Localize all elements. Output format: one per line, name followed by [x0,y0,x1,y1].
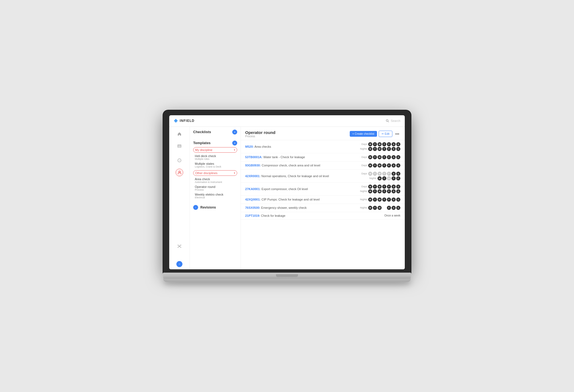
days-circles: M T W T F S S [368,163,400,168]
nights-label: Nights [358,147,367,150]
edit-button[interactable]: ✏ Edit [379,131,392,137]
content-header: Operator round Process + Create checklis… [241,127,405,140]
row-title: M520: Area checks [245,145,358,148]
logo-icon [174,119,178,123]
operator-round-sub: Process [195,188,236,191]
night-T: T [382,176,386,180]
templates-section: Templates + My discipline ▾ Heli [190,138,240,203]
heli-deck-sub: Multiple roles [195,158,236,160]
search-icon [386,119,389,122]
day-S2: S [396,142,400,146]
svg-point-1 [386,120,388,122]
table-row: 42XQ0001: CIP Pumps: Check for leakage a… [241,196,405,204]
day-M: M [368,155,372,159]
night-T: T [373,206,377,210]
discipline-item-weekly[interactable]: Weekly elektro check Electrical [193,192,237,199]
night-S: S [392,189,396,193]
row-link[interactable]: 42XR0001: [245,174,261,178]
discipline-item-multiple-states[interactable]: Multiple states Logistics, Crane & Deck [193,161,237,168]
night-T2: T [382,189,386,193]
sidebar-item-user[interactable] [176,169,183,176]
day-S2: S [396,155,400,159]
svg-point-13 [181,247,181,248]
table-row: 76SX0500: Emergency shower, weekly check… [241,204,405,212]
row-link[interactable]: 27KA0001: [245,187,261,191]
discipline-item-operator[interactable]: Operator round Process [193,185,237,191]
day-M: M [368,185,372,189]
nav-panel: Checklists + Templates + [190,127,241,269]
row-schedule: Once a week [384,214,400,217]
sidebar-item-list[interactable] [176,142,183,150]
days-label: Days [358,143,367,146]
days-circles: M T W T F S S [368,142,400,146]
night-S2: S [396,206,400,210]
days-circles: M T W T F S S [368,155,400,159]
night-F: F [387,189,391,193]
other-disciplines-arrow: ▾ [234,172,235,174]
days-label: Days [358,185,367,188]
night-S2: S [396,198,400,202]
svg-line-15 [180,245,181,246]
more-options-button[interactable]: ••• [394,131,400,137]
svg-marker-0 [174,119,178,123]
night-F: F [387,147,391,151]
sidebar: ? [169,127,190,269]
svg-point-11 [181,245,181,245]
row-link[interactable]: 42XQ0001: [245,198,261,201]
templates-title: Templates [193,141,211,145]
night-T: T [373,189,377,193]
day-S2: S [396,185,400,189]
day-M: M [368,163,372,168]
row-link[interactable]: 93GB0930: [245,164,261,167]
svg-line-17 [180,246,181,247]
revisions-icon: › [193,205,198,210]
create-checklist-button[interactable]: + Create checklist [350,131,377,137]
svg-line-14 [178,245,179,246]
nights-circles: M T W T F S S [368,147,400,151]
day-M: M [368,142,372,146]
row-title: 42XR0001: Normal operations, Check for l… [245,174,358,178]
day-T2: T [382,142,386,146]
row-link[interactable]: M520: [245,145,254,148]
day-T: T [373,172,377,176]
other-disciplines-header[interactable]: Other disciplines ▾ [193,170,237,176]
svg-line-2 [388,121,389,122]
discipline-item-heli[interactable]: Heli deck check Multiple roles [193,154,237,160]
search-area[interactable]: Search [386,119,400,122]
row-link[interactable]: 21PT1019: [245,214,260,217]
row-text: Normal operations, Check for leakage and… [261,174,329,178]
day-T: T [373,155,377,159]
day-T2: T [382,172,386,176]
my-discipline-header[interactable]: My discipline ▾ [193,147,237,153]
row-link[interactable]: 53TB0001A: [245,155,263,159]
sidebar-item-help[interactable]: ? [176,157,183,164]
svg-point-12 [178,247,178,248]
content-subtitle: Process [245,135,275,138]
sidebar-expand-button[interactable]: › [176,261,182,267]
add-template-button[interactable]: + [232,141,237,146]
content-title-area: Operator round Process [245,130,275,138]
area-check-sub: Automation & Instrument [195,181,236,183]
row-title: 76SX0500: Emergency shower, weekly check [245,206,358,209]
night-W: W [387,176,391,180]
sidebar-item-home[interactable] [176,130,183,138]
night-S: S [392,206,396,210]
night-S: S [392,147,396,151]
row-text: Emergency shower, weekly check [261,206,307,209]
discipline-item-area[interactable]: Area check Automation & Instrument [193,177,237,183]
day-T2: T [382,163,386,168]
sidebar-item-network[interactable] [176,242,183,250]
day-W: W [378,155,382,159]
row-schedule: Days M T W T F S S [358,163,400,168]
add-checklist-button[interactable]: + [232,130,237,135]
table-row: 53TB0001A: Water tank - Check for leakag… [241,153,405,161]
revisions-label: Revisions [200,205,216,209]
row-link[interactable]: 76SX0500: [245,206,260,209]
row-text: Area checks [255,145,271,148]
night-F: F [387,198,391,202]
day-T2: T [382,185,386,189]
search-placeholder: Search [391,119,400,122]
revisions-nav[interactable]: › Revisions [190,203,240,212]
top-bar: INFIELD Search [169,115,405,127]
other-disciplines-group: Other disciplines ▾ Area check Automatio… [193,170,237,199]
